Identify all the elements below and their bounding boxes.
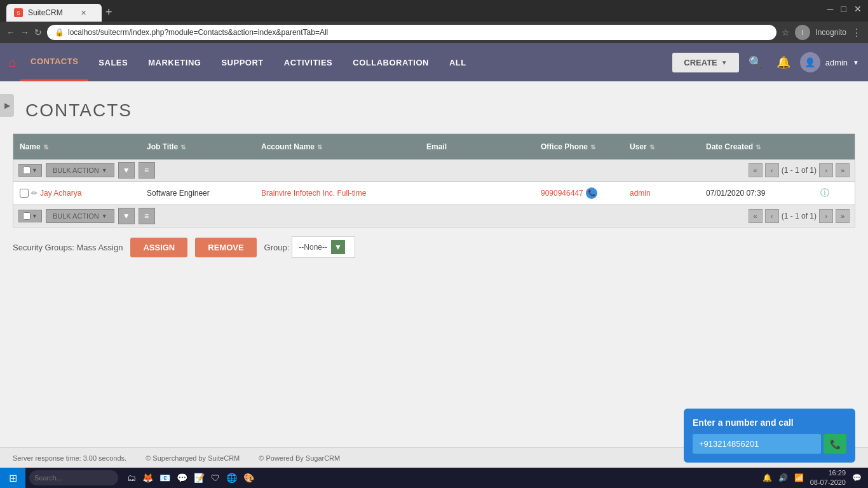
page-next-button[interactable]: › bbox=[819, 163, 833, 177]
reload-button[interactable]: ↻ bbox=[34, 27, 42, 37]
back-button[interactable]: ← bbox=[6, 27, 15, 37]
new-tab-button[interactable]: + bbox=[105, 6, 112, 22]
taskbar-icon-chrome[interactable]: 🌐 bbox=[226, 473, 237, 483]
group-dropdown[interactable]: --None-- ▼ bbox=[292, 236, 355, 258]
assign-button[interactable]: ASSIGN bbox=[130, 238, 187, 257]
nav-item-marketing[interactable]: MARKETING bbox=[138, 43, 211, 81]
maximize-button[interactable]: □ bbox=[841, 4, 846, 14]
create-label: CREATE bbox=[684, 58, 717, 67]
pagination-bottom: « ‹ (1 - 1 of 1) › » bbox=[749, 209, 850, 223]
pagination-top: « ‹ (1 - 1 of 1) › » bbox=[749, 163, 850, 177]
nav-item-support[interactable]: SUPPORT bbox=[211, 43, 273, 81]
sort-job-title-icon[interactable]: ⇅ bbox=[180, 144, 186, 151]
cell-user: admin bbox=[623, 189, 700, 198]
sort-user-icon[interactable]: ⇅ bbox=[649, 144, 654, 151]
avatar: 👤 bbox=[800, 52, 820, 72]
page-next-next-button[interactable]: » bbox=[836, 163, 850, 177]
edit-icon[interactable]: ✏ bbox=[31, 189, 37, 198]
search-icon[interactable]: 🔍 bbox=[744, 51, 767, 74]
filter-button-bottom[interactable]: ▼ bbox=[118, 208, 135, 224]
nav-item-all[interactable]: ALL bbox=[439, 43, 477, 81]
columns-button[interactable]: ≡ bbox=[139, 162, 155, 179]
info-icon[interactable]: ⓘ bbox=[820, 187, 829, 199]
nav-item-sales[interactable]: SALES bbox=[88, 43, 138, 81]
taskbar-clock[interactable]: 16:29 08-07-2020 bbox=[810, 468, 846, 488]
checkbox-dropdown[interactable]: ▼ bbox=[18, 164, 42, 177]
taskbar-icon-notes[interactable]: 📝 bbox=[194, 473, 205, 483]
forward-button[interactable]: → bbox=[20, 27, 29, 37]
sort-name-icon[interactable]: ⇅ bbox=[43, 144, 48, 151]
page-prev-prev-button[interactable]: « bbox=[749, 163, 763, 177]
admin-dropdown-icon[interactable]: ▼ bbox=[853, 59, 859, 66]
remove-button[interactable]: REMOVE bbox=[195, 238, 256, 257]
sort-account-icon[interactable]: ⇅ bbox=[317, 144, 322, 151]
bookmark-button[interactable]: ☆ bbox=[782, 27, 790, 37]
group-value: --None-- bbox=[299, 243, 327, 252]
sidebar-toggle-icon: ▶ bbox=[4, 101, 10, 110]
col-job-title: Job Title ⇅ bbox=[140, 142, 255, 151]
page-prev-button[interactable]: ‹ bbox=[765, 163, 779, 177]
checkbox-dropdown-bottom[interactable]: ▼ bbox=[18, 210, 42, 222]
taskbar-notifications-icon[interactable]: 🔔 bbox=[763, 473, 772, 482]
sort-phone-icon[interactable]: ⇅ bbox=[590, 144, 595, 151]
nav-item-collaboration[interactable]: COLLABORATION bbox=[342, 43, 439, 81]
nav-item-activities[interactable]: ACTIVITIES bbox=[274, 43, 343, 81]
bulk-action-button-bottom[interactable]: BULK ACTION ▼ bbox=[46, 209, 114, 223]
table-row: ✏ Jay Acharya Software Engineer Brainvir… bbox=[13, 182, 855, 205]
tab-close-icon[interactable]: ✕ bbox=[81, 9, 86, 17]
address-bar[interactable]: 🔒 localhost/suitecrm/index.php?module=Co… bbox=[47, 25, 776, 40]
page-next-button-bottom[interactable]: › bbox=[819, 209, 833, 223]
page-next-next-button-bottom[interactable]: » bbox=[836, 209, 850, 223]
sidebar-toggle[interactable]: ▶ bbox=[0, 94, 14, 117]
checkbox-dropdown-arrow[interactable]: ▼ bbox=[32, 167, 37, 173]
phone-call-icon[interactable]: 📞 bbox=[586, 187, 597, 199]
contact-name-link[interactable]: Jay Acharya bbox=[40, 189, 81, 198]
call-go-button[interactable]: 📞 bbox=[824, 434, 846, 454]
select-all-checkbox-bottom[interactable] bbox=[23, 212, 31, 220]
taskbar-network-icon[interactable]: 📶 bbox=[794, 473, 804, 482]
security-groups-label: Security Groups: Mass Assign bbox=[13, 243, 123, 252]
col-account-name: Account Name ⇅ bbox=[255, 142, 420, 151]
call-input-row: 📞 bbox=[693, 434, 846, 454]
home-icon[interactable]: ⌂ bbox=[9, 55, 17, 70]
phone-link[interactable]: 9090946447 bbox=[541, 189, 583, 198]
bulk-action-label-bottom: BULK ACTION bbox=[53, 212, 99, 220]
taskbar-icon-mail[interactable]: 📧 bbox=[159, 473, 170, 483]
row-checkbox[interactable] bbox=[20, 189, 29, 198]
columns-button-bottom[interactable]: ≡ bbox=[139, 208, 155, 224]
menu-button[interactable]: ⋮ bbox=[851, 27, 862, 39]
cell-phone: 9090946447 📞 bbox=[534, 187, 623, 199]
page-prev-prev-button-bottom[interactable]: « bbox=[749, 209, 763, 223]
page-prev-button-bottom[interactable]: ‹ bbox=[765, 209, 779, 223]
sort-date-icon[interactable]: ⇅ bbox=[756, 144, 761, 151]
taskbar-icon-files[interactable]: 🗂 bbox=[127, 473, 136, 483]
call-number-input[interactable] bbox=[693, 434, 821, 454]
profile-badge[interactable]: I bbox=[795, 25, 810, 40]
close-button[interactable]: ✕ bbox=[854, 4, 862, 14]
taskbar-icon-app[interactable]: 🎨 bbox=[243, 473, 254, 483]
create-button[interactable]: CREATE ▼ bbox=[672, 53, 738, 72]
account-name-link[interactable]: Brainvire Infotech Inc. Full-time bbox=[261, 189, 366, 198]
contacts-table: Name ⇅ Job Title ⇅ Account Name ⇅ Email … bbox=[13, 133, 855, 227]
nav-item-contacts[interactable]: CONTACTS bbox=[20, 43, 88, 81]
user-link[interactable]: admin bbox=[630, 189, 651, 198]
bulk-action-button[interactable]: BULK ACTION ▼ bbox=[46, 163, 114, 177]
group-label: Group: bbox=[264, 243, 290, 252]
select-all-checkbox[interactable] bbox=[23, 166, 31, 174]
taskbar-search-input[interactable] bbox=[29, 470, 118, 485]
cell-info: ⓘ bbox=[814, 187, 833, 199]
taskbar-chat-icon[interactable]: 💬 bbox=[852, 473, 862, 482]
minimize-button[interactable]: ─ bbox=[827, 4, 834, 14]
pagination-text-bottom: (1 - 1 of 1) bbox=[782, 212, 817, 220]
taskbar-volume-icon[interactable]: 🔊 bbox=[778, 473, 788, 482]
checkbox-dropdown-arrow-bottom[interactable]: ▼ bbox=[32, 213, 37, 219]
notifications-icon[interactable]: 🔔 bbox=[772, 51, 795, 74]
filter-button[interactable]: ▼ bbox=[118, 162, 135, 179]
taskbar-date-value: 08-07-2020 bbox=[810, 478, 846, 487]
taskbar-icon-browser[interactable]: 🦊 bbox=[142, 473, 153, 483]
lock-icon: 🔒 bbox=[55, 28, 64, 37]
taskbar-icon-skype[interactable]: 💬 bbox=[177, 473, 187, 483]
taskbar-icon-shield[interactable]: 🛡 bbox=[211, 473, 220, 483]
create-arrow-icon: ▼ bbox=[721, 59, 728, 66]
start-button[interactable]: ⊞ bbox=[0, 468, 25, 488]
